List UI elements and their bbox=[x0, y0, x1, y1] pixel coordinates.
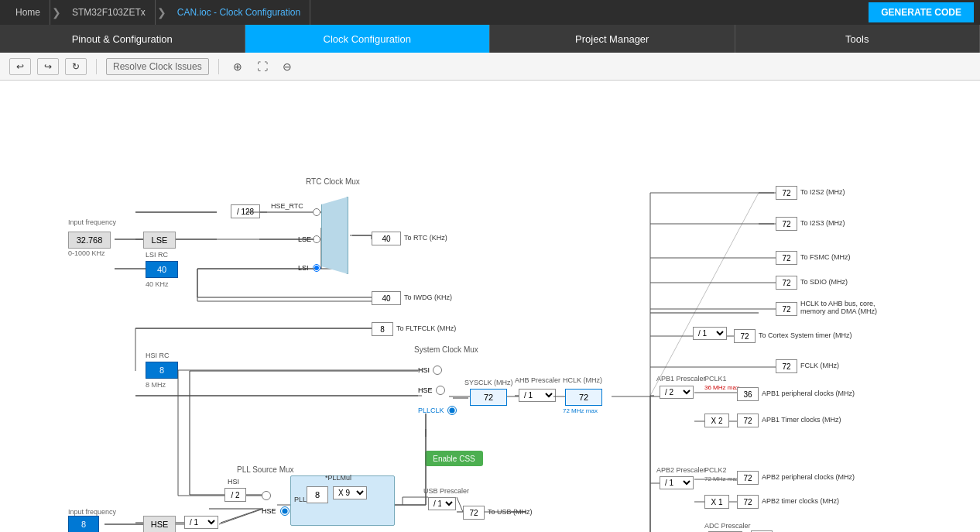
svg-line-78 bbox=[219, 509, 263, 524]
pll-block-label: PLL bbox=[294, 496, 307, 503]
apb2-prescaler-label: APB2 Prescaler bbox=[656, 466, 706, 474]
pllmul-label: *PLLMul bbox=[325, 474, 351, 482]
tab-project[interactable]: Project Manager bbox=[490, 25, 735, 53]
apb1-timer-label: APB1 Timer clocks (MHz) bbox=[762, 416, 841, 424]
lsi-mux-label: LSI bbox=[298, 264, 309, 272]
apb1-timer-val: 72 bbox=[737, 414, 759, 427]
toolbar-separator bbox=[96, 59, 97, 74]
toolbar: ↩ ↪ ↻ Resolve Clock Issues ⊕ ⛶ ⊖ bbox=[0, 53, 980, 81]
pclk1-max: 36 MHz max bbox=[704, 384, 739, 391]
to-fli-val-box: 8 bbox=[372, 322, 393, 336]
to-usb-val: 72 bbox=[463, 506, 485, 520]
pclk2-max: 72 MHz max bbox=[704, 475, 739, 482]
lsi-value-box[interactable]: 40 bbox=[146, 261, 178, 278]
input-freq-top-range: 0-1000 KHz bbox=[68, 249, 105, 257]
hse-div-select[interactable]: / 1 bbox=[184, 516, 218, 529]
sys-mux-radios: HSI HSE PLLCLK bbox=[418, 366, 457, 415]
tab-pinout[interactable]: Pinout & Configuration bbox=[0, 25, 245, 53]
nav-device[interactable]: STM32F103ZETx bbox=[63, 0, 156, 25]
lse-box[interactable]: LSE bbox=[143, 232, 176, 249]
sysclk-label: SYSCLK (MHz) bbox=[464, 379, 513, 386]
lsi-khz-label: 40 KHz bbox=[146, 280, 169, 288]
rtc-radio-lsi[interactable] bbox=[313, 264, 320, 273]
hse-box[interactable]: HSE bbox=[143, 516, 176, 532]
to-i2s3-label: To I2S3 (MHz) bbox=[800, 219, 845, 227]
adc-prescaler-label: ADC Prescaler bbox=[704, 522, 751, 530]
apb1-prescaler-label: APB1 Prescaler bbox=[656, 375, 706, 383]
apb1-periph-label: APB1 peripheral clocks (MHz) bbox=[762, 390, 855, 397]
usb-prescaler-select[interactable]: / 1 bbox=[428, 497, 456, 510]
ahb-prescaler-select[interactable]: / 1 bbox=[519, 389, 556, 402]
hclk-max-label: 72 MHz max bbox=[563, 407, 598, 414]
div128-box[interactable]: / 128 bbox=[231, 204, 260, 218]
sys-radio-pll[interactable]: PLLCLK bbox=[418, 406, 457, 415]
input-freq-top-box[interactable]: 32.768 bbox=[68, 232, 111, 249]
apb1-periph-val: 36 bbox=[737, 387, 759, 401]
svg-line-17 bbox=[650, 193, 759, 396]
rtc-radio-hse[interactable] bbox=[313, 208, 320, 218]
input-freq-top-label: Input frequency bbox=[68, 218, 116, 226]
rtc-mux-block[interactable] bbox=[321, 197, 348, 274]
x1-box: X 1 bbox=[704, 495, 729, 509]
fullscreen-icon[interactable]: ⛶ bbox=[253, 57, 272, 76]
sysclk-val-box[interactable]: 72 bbox=[470, 389, 507, 406]
tab-clock[interactable]: Clock Configuration bbox=[245, 25, 491, 53]
svg-line-84 bbox=[457, 497, 463, 512]
to-sdio-val: 72 bbox=[776, 276, 797, 290]
apb2-periph-label: APB2 peripheral clocks (MHz) bbox=[762, 473, 855, 481]
undo-button[interactable]: ↩ bbox=[9, 58, 31, 75]
apb2-timer-label: APB2 timer clocks (MHz) bbox=[762, 497, 839, 505]
to-iwdg-val-box: 40 bbox=[372, 291, 401, 305]
hclk-ahb-label: HCLK to AHB bus, core, memory and DMA (M… bbox=[800, 300, 893, 315]
zoom-out-icon[interactable]: ⊖ bbox=[278, 57, 296, 76]
top-nav: Home ❯ STM32F103ZETx ❯ CAN.ioc - Clock C… bbox=[0, 0, 980, 25]
resolve-clock-button[interactable]: Resolve Clock Issues bbox=[106, 58, 209, 75]
to-rtc-val-box: 40 bbox=[372, 232, 401, 245]
pllmul-val[interactable]: 8 bbox=[307, 486, 328, 503]
hsi-value-box[interactable]: 8 bbox=[146, 362, 178, 379]
apb2-periph-val: 72 bbox=[737, 471, 759, 485]
to-fsmc-val: 72 bbox=[776, 251, 797, 265]
to-iwdg-label: To IWDG (KHz) bbox=[404, 293, 452, 301]
toolbar-separator2 bbox=[218, 59, 219, 74]
ahb-prescaler-label: AHB Prescaler bbox=[515, 376, 560, 384]
nav-home[interactable]: Home bbox=[6, 0, 50, 25]
apb2-timer-val: 72 bbox=[737, 495, 759, 509]
tab-bar: Pinout & Configuration Clock Configurati… bbox=[0, 25, 980, 53]
pll-radio-hse[interactable]: HSE bbox=[262, 506, 290, 516]
sys-radio-hse[interactable]: HSE bbox=[418, 386, 457, 395]
to-fli-label: To FLTFCLK (MHz) bbox=[396, 324, 456, 332]
enable-css-button[interactable]: Enable CSS bbox=[425, 451, 483, 466]
apb1-prescaler-select[interactable]: / 2 bbox=[660, 386, 694, 399]
hclk-ahb-val: 72 bbox=[776, 302, 797, 316]
hse-rtc-label: HSE_RTC bbox=[271, 202, 303, 210]
fclk-val: 72 bbox=[776, 359, 797, 373]
pll-source-mux-label: PLL Source Mux bbox=[237, 465, 294, 474]
tab-tools[interactable]: Tools bbox=[735, 25, 981, 53]
hclk-label: HCLK (MHz) bbox=[563, 376, 602, 384]
to-rtc-label: To RTC (KHz) bbox=[404, 234, 447, 242]
redo-button[interactable]: ↪ bbox=[37, 58, 59, 75]
to-sdio-label: To SDIO (MHz) bbox=[800, 278, 848, 286]
input-freq-bottom-label: Input frequency bbox=[68, 508, 116, 516]
to-fsmc-label: To FSMC (MHz) bbox=[800, 253, 851, 261]
sys-radio-hsi[interactable]: HSI bbox=[418, 366, 457, 375]
cortex-div-select[interactable]: / 1 bbox=[693, 327, 727, 340]
hclk-val-box[interactable]: 72 bbox=[565, 389, 602, 406]
pll-radio-hsi[interactable] bbox=[262, 491, 271, 502]
x9-select[interactable]: X 9 bbox=[333, 486, 367, 499]
hsi-pll-label: HSI bbox=[228, 478, 239, 486]
main-content: Input frequency 32.768 0-1000 KHz LSE LS… bbox=[0, 81, 980, 532]
usb-prescaler-label: USB Prescaler bbox=[423, 487, 469, 495]
generate-code-button[interactable]: GENERATE CODE bbox=[869, 2, 974, 22]
lse-mux-label: LSE bbox=[298, 235, 311, 243]
nav-file[interactable]: CAN.ioc - Clock Configuration bbox=[168, 0, 310, 25]
cortex-label: To Cortex System timer (MHz) bbox=[759, 331, 852, 339]
cortex-val: 72 bbox=[734, 329, 756, 343]
apb2-prescaler-select[interactable]: / 1 bbox=[660, 476, 694, 489]
zoom-in-icon[interactable]: ⊕ bbox=[228, 57, 247, 76]
rtc-radio-lse[interactable] bbox=[313, 235, 320, 245]
input-freq-bottom-box[interactable]: 8 bbox=[68, 516, 99, 532]
x2-box: X 2 bbox=[704, 414, 729, 427]
refresh-button[interactable]: ↻ bbox=[65, 58, 87, 75]
